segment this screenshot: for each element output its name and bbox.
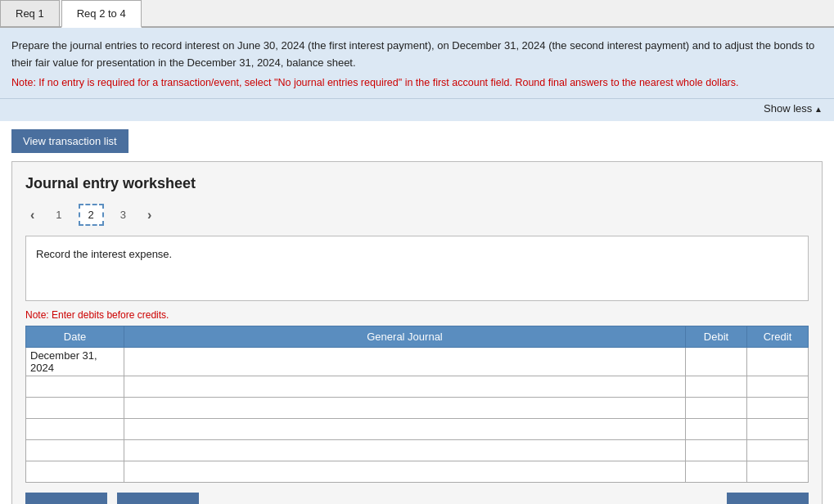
row3-journal-input[interactable] — [124, 398, 685, 418]
row1-credit[interactable] — [747, 348, 809, 376]
tab-req2to4[interactable]: Req 2 to 4 — [61, 0, 142, 28]
table-row — [26, 398, 809, 419]
tab-req1[interactable]: Req 1 — [0, 0, 60, 26]
row1-debit-input[interactable] — [686, 348, 746, 376]
row6-date-input[interactable] — [26, 461, 124, 482]
worksheet-title: Journal entry worksheet — [25, 175, 809, 192]
row3-credit[interactable] — [747, 398, 809, 419]
row5-journal-input[interactable] — [124, 440, 685, 461]
row2-debit-input[interactable] — [686, 376, 746, 397]
row6-journal-input[interactable] — [124, 461, 685, 482]
page-num-2[interactable]: 2 — [79, 204, 104, 226]
row5-journal[interactable] — [124, 440, 686, 461]
col-header-credit: Credit — [747, 326, 809, 348]
row5-date-input[interactable] — [26, 440, 124, 461]
page-num-1[interactable]: 1 — [47, 205, 70, 224]
row6-debit-input[interactable] — [686, 461, 746, 482]
view-transaction-list-button[interactable]: View transaction list — [11, 129, 128, 153]
row1-credit-input[interactable] — [747, 348, 808, 376]
row2-journal[interactable] — [124, 376, 686, 398]
row4-date[interactable] — [26, 419, 124, 440]
row2-date-input[interactable] — [26, 376, 124, 397]
row2-credit-input[interactable] — [747, 376, 808, 397]
row1-journal-input[interactable] — [124, 348, 685, 376]
pagination: ‹ 1 2 3 › — [25, 204, 809, 226]
row2-date[interactable] — [26, 376, 124, 398]
row5-credit-input[interactable] — [747, 440, 808, 461]
row6-credit-input[interactable] — [747, 461, 808, 482]
row3-debit[interactable] — [686, 398, 747, 419]
row3-debit-input[interactable] — [686, 398, 746, 418]
instructions-main-text: Prepare the journal entries to record in… — [11, 38, 823, 72]
record-note-box: Record the interest expense. — [25, 236, 809, 301]
row4-journal[interactable] — [124, 419, 686, 440]
row5-debit[interactable] — [686, 440, 747, 461]
page-num-3[interactable]: 3 — [112, 205, 134, 224]
table-row — [26, 461, 809, 483]
note-credits-text: Note: Enter debits before credits. — [25, 309, 809, 321]
row3-credit-input[interactable] — [747, 398, 808, 418]
row5-credit[interactable] — [747, 440, 809, 461]
row5-date[interactable] — [26, 440, 124, 461]
worksheet-container: Journal entry worksheet ‹ 1 2 3 › Record… — [11, 161, 823, 504]
row6-date[interactable] — [26, 461, 124, 483]
row4-credit[interactable] — [747, 419, 809, 440]
record-note-text: Record the interest expense. — [36, 248, 172, 260]
bottom-btn-3[interactable] — [727, 493, 809, 504]
table-row — [26, 440, 809, 461]
row6-credit[interactable] — [747, 461, 809, 483]
show-less-link[interactable]: Show less — [764, 102, 823, 115]
instructions-red-note: Note: If no entry is required for a tran… — [11, 75, 823, 91]
page-prev-arrow[interactable]: ‹ — [25, 206, 39, 224]
journal-table: Date General Journal Debit Credit Decemb… — [25, 326, 809, 483]
row1-debit[interactable] — [686, 348, 747, 376]
row6-debit[interactable] — [686, 461, 747, 483]
instructions-box: Prepare the journal entries to record in… — [0, 28, 834, 99]
row1-journal[interactable] — [124, 348, 686, 376]
bottom-btn-2[interactable] — [117, 493, 199, 504]
row2-credit[interactable] — [747, 376, 809, 398]
table-row: December 31, 2024 — [26, 348, 809, 376]
tabs-bar: Req 1 Req 2 to 4 — [0, 0, 834, 28]
col-header-date: Date — [26, 326, 124, 348]
col-header-debit: Debit — [686, 326, 747, 348]
bottom-buttons-row — [25, 493, 809, 504]
row3-date[interactable] — [26, 398, 124, 419]
table-row — [26, 376, 809, 398]
row2-journal-input[interactable] — [124, 376, 685, 397]
row4-date-input[interactable] — [26, 419, 124, 439]
row6-journal[interactable] — [124, 461, 686, 483]
col-header-journal: General Journal — [124, 326, 686, 348]
page-next-arrow[interactable]: › — [142, 206, 156, 224]
row3-journal[interactable] — [124, 398, 686, 419]
table-row — [26, 419, 809, 440]
row3-date-input[interactable] — [26, 398, 124, 418]
row4-journal-input[interactable] — [124, 419, 685, 439]
bottom-btn-1[interactable] — [25, 493, 107, 504]
row4-credit-input[interactable] — [747, 419, 808, 439]
row5-debit-input[interactable] — [686, 440, 746, 461]
row2-debit[interactable] — [686, 376, 747, 398]
show-less-bar: Show less — [0, 99, 834, 121]
row1-date: December 31, 2024 — [26, 348, 124, 376]
row4-debit[interactable] — [686, 419, 747, 440]
row4-debit-input[interactable] — [686, 419, 746, 439]
